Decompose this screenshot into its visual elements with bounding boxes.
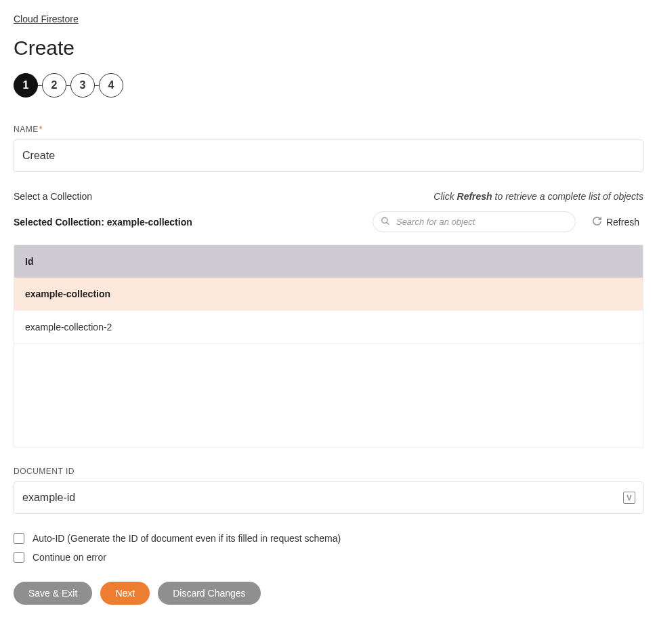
table-row[interactable]: example-collection-2 [14, 311, 643, 344]
refresh-icon [592, 216, 602, 228]
search-input[interactable] [373, 211, 576, 232]
continue-on-error-label: Continue on error [33, 552, 106, 563]
required-indicator: * [39, 125, 43, 134]
collection-table: Id example-collection example-collection… [14, 244, 643, 448]
svg-line-1 [387, 222, 389, 225]
stepper: 1 2 3 4 [14, 73, 643, 98]
selected-collection-label: Selected Collection: example-collection [14, 217, 192, 228]
next-button[interactable]: Next [100, 582, 150, 605]
refresh-button[interactable]: Refresh [588, 215, 643, 229]
search-icon [381, 216, 390, 228]
step-1[interactable]: 1 [14, 73, 38, 98]
page-title: Create [14, 37, 643, 60]
step-3[interactable]: 3 [70, 73, 95, 98]
step-4[interactable]: 4 [99, 73, 123, 98]
auto-id-label: Auto-ID (Generate the ID of document eve… [33, 533, 341, 544]
breadcrumb-link[interactable]: Cloud Firestore [14, 14, 79, 24]
save-exit-button[interactable]: Save & Exit [14, 582, 92, 605]
step-2[interactable]: 2 [42, 73, 66, 98]
discard-button[interactable]: Discard Changes [158, 582, 260, 605]
document-id-input[interactable] [14, 481, 643, 514]
table-header-id: Id [14, 245, 643, 278]
select-collection-label: Select a Collection [14, 191, 92, 202]
continue-on-error-checkbox[interactable] [14, 552, 24, 563]
document-id-label: DOCUMENT ID [14, 467, 643, 476]
auto-id-checkbox[interactable] [14, 533, 24, 544]
name-input[interactable] [14, 139, 643, 172]
table-row[interactable]: example-collection [14, 278, 643, 311]
name-label: NAME* [14, 125, 643, 134]
variable-badge-icon[interactable]: V [623, 492, 635, 504]
svg-point-0 [382, 217, 387, 223]
refresh-hint: Click Refresh to retrieve a complete lis… [433, 191, 643, 202]
refresh-label: Refresh [606, 217, 639, 228]
